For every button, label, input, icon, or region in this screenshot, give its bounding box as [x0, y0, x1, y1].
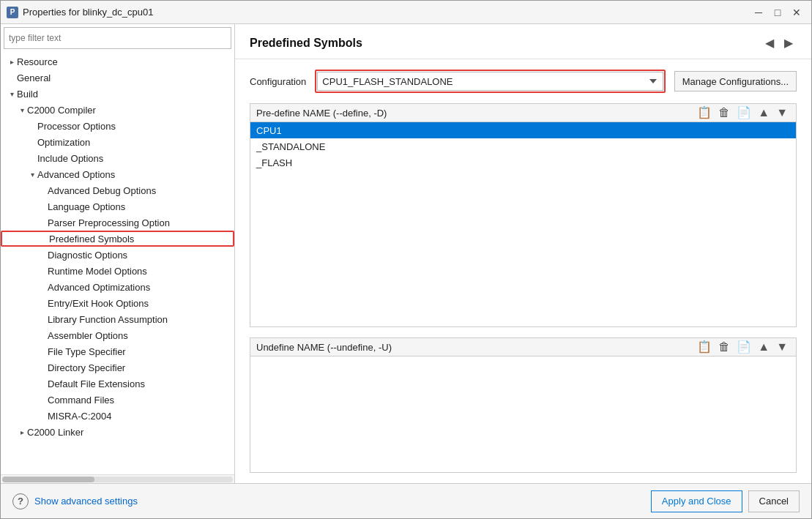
sidebar-item-default-file-extensions[interactable]: Default File Extensions [1, 376, 234, 392]
sidebar-item-label-advanced-debug-options: Advanced Debug Options [48, 185, 156, 196]
sidebar-item-label-diagnostic-options: Diagnostic Options [48, 250, 127, 261]
undefine-down-button[interactable]: ▼ [774, 341, 790, 353]
panel-nav: ◀ ▶ [761, 34, 797, 51]
sidebar-item-label-predefined-symbols: Predefined Symbols [49, 234, 134, 244]
sidebar-item-label-resource: Resource [17, 56, 58, 67]
tree-arrow-resource: ▸ [7, 58, 17, 66]
define-copy-button[interactable]: 📄 [734, 107, 753, 119]
define-header-label: Pre-define NAME (--define, -D) [256, 108, 387, 119]
sidebar-item-label-directory-specifier: Directory Specifier [48, 362, 125, 373]
undefine-add-button[interactable]: 📋 [695, 341, 714, 353]
configuration-row: Configuration CPU1_FLASH_STANDALONECPU1_… [250, 70, 797, 93]
sidebar-item-label-command-files: Command Files [48, 395, 114, 406]
undefine-header-label: Undefine NAME (--undefine, -U) [256, 342, 392, 353]
sidebar-item-label-misra: MISRA-C:2004 [48, 411, 111, 422]
sidebar-item-language-options[interactable]: Language Options [1, 198, 234, 214]
sidebar-item-library-function[interactable]: Library Function Assumption [1, 311, 234, 327]
sidebar-item-label-include-options: Include Options [37, 153, 103, 164]
define-toolbar: 📋 🗑 📄 ▲ ▼ [695, 107, 790, 119]
configuration-dropdown[interactable]: CPU1_FLASH_STANDALONECPU1_RAMCPU2_FLASHC… [317, 72, 663, 91]
sidebar-item-assembler-options[interactable]: Assembler Options [1, 327, 234, 343]
configuration-dropdown-wrapper: CPU1_FLASH_STANDALONECPU1_RAMCPU2_FLASHC… [315, 70, 665, 93]
undefine-toolbar: 📋 🗑 📄 ▲ ▼ [695, 341, 790, 353]
sidebar-item-runtime-model[interactable]: Runtime Model Options [1, 263, 234, 279]
sidebar-item-predefined-symbols[interactable]: Predefined Symbols [1, 231, 234, 247]
configuration-label: Configuration [250, 76, 306, 87]
bottom-bar: ? Show advanced settings Apply and Close… [1, 483, 811, 518]
apply-close-button[interactable]: Apply and Close [651, 490, 742, 512]
dialog: P Properties for blinky_dc_cpu01 ─ □ ✕ ▸… [0, 0, 812, 519]
undefine-copy-button[interactable]: 📄 [734, 341, 753, 353]
dialog-title: Properties for blinky_dc_cpu01 [23, 7, 750, 18]
app-icon: P [7, 7, 18, 18]
table-row[interactable]: _FLASH [250, 154, 796, 171]
sidebar-item-advanced-debug-options[interactable]: Advanced Debug Options [1, 182, 234, 198]
define-add-button[interactable]: 📋 [695, 107, 714, 119]
sidebar-item-label-processor-options: Processor Options [37, 121, 116, 132]
main-panel: Predefined Symbols ◀ ▶ Configuration CPU… [235, 24, 811, 483]
close-button[interactable]: ✕ [788, 4, 805, 21]
sidebar-item-file-type-specifier[interactable]: File Type Specifier [1, 343, 234, 359]
undefine-header: Undefine NAME (--undefine, -U) 📋 🗑 📄 ▲ ▼ [250, 338, 796, 356]
show-advanced-link[interactable]: Show advanced settings [34, 496, 138, 507]
sidebar-item-build[interactable]: ▾Build [1, 86, 234, 102]
sidebar-item-general[interactable]: General [1, 70, 234, 86]
sidebar-item-label-optimization: Optimization [37, 137, 90, 148]
sidebar-item-parser-preprocessing[interactable]: Parser Preprocessing Option [1, 214, 234, 231]
maximize-button[interactable]: □ [769, 4, 786, 21]
undefine-list-body [250, 356, 796, 472]
define-list-body: CPU1_STANDALONE_FLASH [250, 122, 796, 326]
minimize-button[interactable]: ─ [750, 4, 767, 21]
tree: ▸ResourceGeneral▾Build▾C2000 CompilerPro… [1, 52, 234, 474]
sidebar-item-label-c2000-compiler: C2000 Compiler [27, 105, 96, 116]
define-delete-button[interactable]: 🗑 [716, 107, 732, 119]
sidebar-item-misra[interactable]: MISRA-C:2004 [1, 408, 234, 424]
sidebar-item-resource[interactable]: ▸Resource [1, 53, 234, 70]
cancel-button[interactable]: Cancel [748, 490, 800, 512]
manage-configurations-button[interactable]: Manage Configurations... [674, 71, 797, 92]
tree-arrow-build: ▾ [7, 90, 17, 98]
sidebar-item-label-language-options: Language Options [48, 201, 125, 212]
sidebar-item-label-general: General [17, 72, 51, 83]
back-button[interactable]: ◀ [761, 34, 778, 51]
sidebar-item-label-c2000-linker: C2000 Linker [27, 427, 83, 438]
sidebar-item-advanced-optimizations[interactable]: Advanced Optimizations [1, 279, 234, 295]
sidebar-item-diagnostic-options[interactable]: Diagnostic Options [1, 247, 234, 263]
undefine-delete-button[interactable]: 🗑 [716, 341, 732, 353]
window-controls: ─ □ ✕ [750, 4, 805, 21]
sidebar: ▸ResourceGeneral▾Build▾C2000 CompilerPro… [1, 24, 235, 483]
define-down-button[interactable]: ▼ [774, 107, 790, 119]
panel-title: Predefined Symbols [250, 37, 362, 50]
help-button[interactable]: ? [12, 493, 29, 509]
scrollbar-thumb [2, 477, 94, 482]
sidebar-item-label-advanced-options: Advanced Options [37, 169, 115, 180]
tree-arrow-c2000-linker: ▸ [17, 428, 27, 436]
sidebar-item-directory-specifier[interactable]: Directory Specifier [1, 359, 234, 376]
bottom-right: Apply and Close Cancel [651, 490, 800, 512]
sidebar-item-label-assembler-options: Assembler Options [48, 330, 128, 341]
undefine-up-button[interactable]: ▲ [756, 341, 772, 353]
sidebar-item-entry-exit-hook[interactable]: Entry/Exit Hook Options [1, 295, 234, 311]
sidebar-item-label-build: Build [17, 89, 38, 100]
sidebar-item-processor-options[interactable]: Processor Options [1, 118, 234, 134]
define-header: Pre-define NAME (--define, -D) 📋 🗑 📄 ▲ ▼ [250, 104, 796, 122]
sidebar-item-optimization[interactable]: Optimization [1, 134, 234, 150]
table-row[interactable]: CPU1 [250, 122, 796, 138]
tree-arrow-c2000-compiler: ▾ [17, 106, 27, 114]
sidebar-item-include-options[interactable]: Include Options [1, 150, 234, 166]
sidebar-item-label-entry-exit-hook: Entry/Exit Hook Options [48, 298, 149, 309]
sidebar-item-advanced-options[interactable]: ▾Advanced Options [1, 166, 234, 182]
horizontal-scrollbar[interactable] [2, 477, 233, 482]
content-area: ▸ResourceGeneral▾Build▾C2000 CompilerPro… [1, 24, 811, 483]
filter-input[interactable] [4, 27, 231, 49]
undefine-section: Undefine NAME (--undefine, -U) 📋 🗑 📄 ▲ ▼ [250, 337, 797, 473]
sidebar-item-label-default-file-extensions: Default File Extensions [48, 378, 145, 389]
sidebar-item-c2000-compiler[interactable]: ▾C2000 Compiler [1, 102, 234, 118]
sidebar-item-command-files[interactable]: Command Files [1, 392, 234, 408]
forward-button[interactable]: ▶ [781, 34, 797, 51]
sidebar-item-label-advanced-optimizations: Advanced Optimizations [48, 282, 150, 293]
define-up-button[interactable]: ▲ [756, 107, 772, 119]
sidebar-item-c2000-linker[interactable]: ▸C2000 Linker [1, 424, 234, 440]
table-row[interactable]: _STANDALONE [250, 138, 796, 154]
sidebar-item-label-library-function: Library Function Assumption [48, 314, 168, 325]
